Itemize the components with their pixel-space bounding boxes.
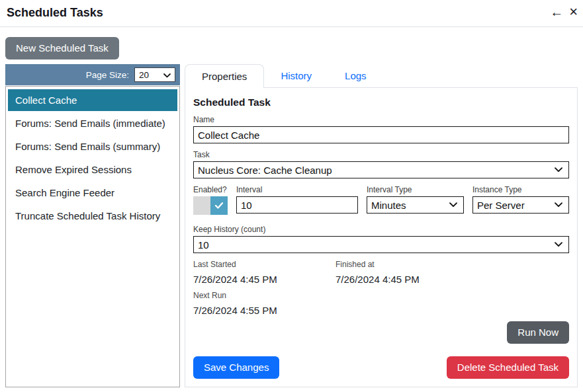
action-buttons-row: Save Changes Delete Scheduled Task: [193, 356, 569, 379]
task-list-item[interactable]: Search Engine Feeder: [8, 182, 177, 204]
delete-scheduled-task-button[interactable]: Delete Scheduled Task: [447, 356, 569, 379]
keep-history-select[interactable]: 10: [193, 236, 569, 253]
task-field-group: Task Nucleus Core: Cache Cleanup: [193, 150, 569, 178]
finished-at-label: Finished at: [336, 260, 478, 269]
task-list-panel: Page Size: 20 Collect CacheForums: Send …: [5, 64, 180, 387]
run-times-row: Last Started 7/26/2024 4:45 PM Finished …: [193, 260, 569, 285]
page-title: Scheduled Tasks: [7, 6, 575, 20]
tab-properties[interactable]: Properties: [185, 64, 264, 88]
schedule-settings-row: Enabled? Interval: [193, 185, 569, 221]
tab-bar: Properties History Logs: [185, 64, 578, 87]
properties-panel: Scheduled Task Name Task Nucleus Core: C…: [185, 87, 578, 387]
finished-at-group: Finished at 7/26/2024 4:45 PM: [336, 260, 478, 285]
chevron-down-icon: [449, 202, 457, 208]
task-list: Collect CacheForums: Send Emails (immedi…: [5, 86, 180, 387]
task-select-value: Nucleus Core: Cache Cleanup: [198, 165, 332, 176]
name-field-group: Name: [193, 115, 569, 143]
keep-history-field-group: Keep History (count) 10: [193, 225, 569, 253]
instance-type-label: Instance Type: [472, 185, 569, 194]
finished-at-value: 7/26/2024 4:45 PM: [336, 274, 478, 285]
name-label: Name: [193, 115, 569, 124]
task-list-item[interactable]: Truncate Scheduled Task History: [8, 205, 177, 227]
close-icon[interactable]: ×: [569, 5, 578, 19]
checkmark-icon: [210, 196, 228, 215]
window-controls: ← ×: [550, 5, 578, 19]
interval-type-select[interactable]: Minutes: [367, 196, 464, 214]
interval-input[interactable]: [236, 196, 358, 214]
tab-history[interactable]: History: [264, 64, 328, 87]
task-list-header: Page Size: 20: [5, 64, 180, 85]
interval-type-label: Interval Type: [367, 185, 464, 194]
save-changes-button[interactable]: Save Changes: [193, 356, 279, 379]
task-list-item[interactable]: Forums: Send Emails (summary): [8, 136, 177, 157]
main-content: New Scheduled Task Page Size: 20 Collect…: [0, 27, 583, 387]
enabled-field-group: Enabled?: [193, 185, 228, 215]
task-list-item[interactable]: Collect Cache: [8, 89, 177, 111]
instance-type-select[interactable]: Per Server: [472, 196, 569, 214]
last-started-label: Last Started: [193, 260, 336, 269]
content-columns: Page Size: 20 Collect CacheForums: Send …: [5, 64, 578, 387]
run-now-row: Run Now: [193, 321, 569, 344]
panel-heading: Scheduled Task: [193, 97, 569, 108]
last-started-value: 7/26/2024 4:45 PM: [193, 274, 336, 285]
name-input[interactable]: [193, 126, 569, 143]
page-size-select[interactable]: 20: [134, 67, 175, 82]
next-run-label: Next Run: [193, 291, 569, 300]
keep-history-value: 10: [198, 239, 209, 251]
enabled-label: Enabled?: [193, 185, 228, 194]
task-select[interactable]: Nucleus Core: Cache Cleanup: [193, 161, 569, 178]
keep-history-label: Keep History (count): [193, 225, 569, 234]
interval-type-field-group: Interval Type Minutes: [367, 185, 464, 215]
scheduled-tasks-window: Scheduled Tasks ← × New Scheduled Task P…: [0, 0, 583, 387]
chevron-down-icon: [555, 242, 562, 247]
last-started-group: Last Started 7/26/2024 4:45 PM: [193, 260, 336, 285]
run-now-button[interactable]: Run Now: [507, 321, 569, 344]
tab-logs[interactable]: Logs: [328, 64, 383, 87]
instance-type-value: Per Server: [477, 200, 525, 211]
task-list-item[interactable]: Forums: Send Emails (immediate): [8, 112, 177, 134]
task-label: Task: [193, 150, 569, 159]
interval-field-group: Interval: [236, 185, 358, 215]
next-run-value: 7/26/2024 4:55 PM: [193, 305, 569, 316]
next-run-group: Next Run 7/26/2024 4:55 PM: [193, 291, 569, 316]
instance-type-field-group: Instance Type Per Server: [472, 185, 569, 215]
task-list-item[interactable]: Remove Expired Sessions: [8, 159, 177, 180]
chevron-down-icon: [555, 202, 562, 208]
page-size-value: 20: [139, 70, 149, 80]
checkbox-off-half: [193, 196, 210, 215]
new-scheduled-task-button[interactable]: New Scheduled Task: [5, 37, 119, 59]
window-header: Scheduled Tasks ← ×: [0, 0, 583, 27]
interval-type-value: Minutes: [371, 200, 406, 211]
enabled-checkbox[interactable]: [193, 196, 228, 215]
interval-label: Interval: [236, 185, 358, 194]
details-panel: Properties History Logs Scheduled Task N…: [185, 64, 578, 387]
back-arrow-icon[interactable]: ←: [550, 5, 563, 19]
chevron-down-icon: [555, 167, 562, 173]
chevron-down-icon: [163, 70, 171, 80]
page-size-label: Page Size:: [86, 70, 129, 80]
